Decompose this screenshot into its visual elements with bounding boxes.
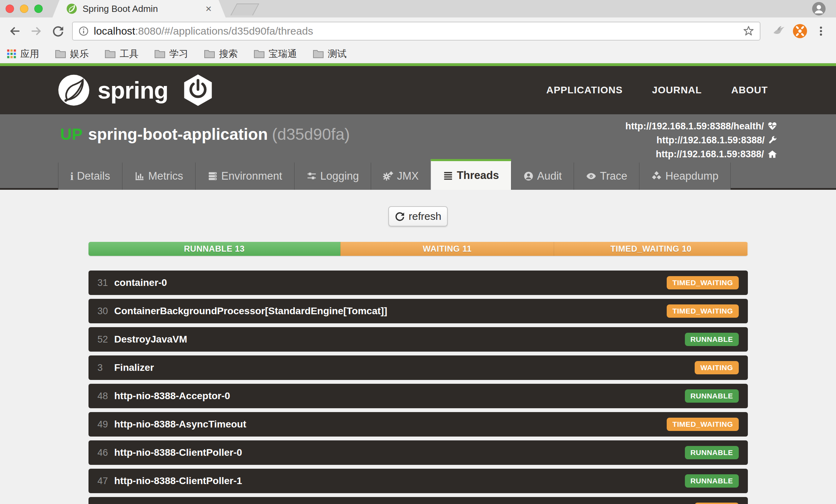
thread-id: 31: [98, 278, 109, 288]
status-badge: UP: [60, 125, 83, 143]
nav-about[interactable]: ABOUT: [731, 85, 768, 96]
nav-journal[interactable]: JOURNAL: [652, 85, 702, 96]
tab-title: Spring Boot Admin: [83, 3, 201, 14]
bookmark-label: 娱乐: [70, 48, 89, 60]
heartbeat-icon: [767, 121, 777, 131]
window-controls: [6, 5, 43, 13]
refresh-icon: [395, 211, 405, 222]
tab-jmx[interactable]: JMX: [371, 163, 431, 190]
tab-logging[interactable]: Logging: [294, 163, 371, 190]
service-links: http://192.168.1.59:8388/health/ http://…: [625, 119, 777, 161]
bookmark-label: 学习: [169, 48, 188, 60]
bookmark-star-icon[interactable]: [743, 26, 754, 37]
thread-id: 47: [98, 476, 109, 487]
application-id: (d35d90fa): [272, 125, 350, 143]
zoom-window-button[interactable]: [34, 5, 43, 13]
browser-window: Spring Boot Admin ×: [0, 0, 836, 504]
forward-button[interactable]: [29, 23, 44, 39]
tab-trace[interactable]: Trace: [574, 163, 639, 190]
nav-applications[interactable]: APPLICATIONS: [546, 85, 623, 96]
thread-state-badge: RUNNABLE: [685, 446, 739, 459]
spring-leaf-icon: [58, 74, 90, 106]
new-tab-button[interactable]: [231, 3, 259, 15]
tab-environment[interactable]: Environment: [195, 163, 294, 190]
tab-threads[interactable]: Threads: [431, 159, 511, 190]
tab-label: Audit: [537, 170, 562, 182]
management-url-link[interactable]: http://192.168.1.59:8388/: [625, 133, 777, 147]
tab-label: Details: [77, 170, 110, 182]
tab-label: Threads: [457, 169, 499, 182]
thread-state-badge: TIMED_WAITING: [667, 418, 738, 431]
tab-heapdump[interactable]: Heapdump: [639, 163, 731, 190]
tab-close-icon[interactable]: ×: [205, 3, 212, 15]
spring-logo[interactable]: spring: [58, 74, 214, 107]
health-url-link[interactable]: http://192.168.1.59:8388/health/: [625, 119, 777, 133]
top-navigation: APPLICATIONS JOURNAL ABOUT: [546, 85, 768, 96]
tab-label: Logging: [320, 170, 359, 182]
thread-state-badge: RUNNABLE: [685, 333, 739, 346]
bookmark-folder-6[interactable]: 测试: [312, 48, 347, 60]
url-text: localhost:8080/#/applications/d35d90fa/t…: [94, 25, 739, 37]
table-row[interactable]: 36 http-nio-8388-exec-1 WAITING: [88, 497, 748, 504]
list-icon: [443, 170, 453, 181]
thread-name: http-nio-8388-AsyncTimeout: [114, 419, 667, 430]
bookmark-label: 搜索: [219, 48, 238, 60]
reload-button[interactable]: [50, 23, 66, 39]
tab-details[interactable]: i Details: [58, 163, 122, 190]
health-url: http://192.168.1.59:8388/health/: [625, 121, 764, 132]
thread-id: 46: [98, 447, 109, 458]
thread-state-summary-bar: RUNNABLE 13 WAITING 11 TIMED_WAITING 10: [88, 242, 748, 256]
bookmark-folder-2[interactable]: 工具: [104, 48, 139, 60]
table-row[interactable]: 3 Finalizer WAITING: [88, 355, 748, 380]
bookmark-folder-3[interactable]: 学习: [154, 48, 188, 60]
bookmark-folder-5[interactable]: 宝瑞通: [253, 48, 297, 60]
folder-icon: [312, 49, 324, 59]
table-row[interactable]: 47 http-nio-8388-ClientPoller-1 RUNNABLE: [88, 469, 748, 493]
apps-grid-icon: [6, 49, 17, 59]
bird-extension-icon[interactable]: [771, 23, 787, 39]
table-row[interactable]: 49 http-nio-8388-AsyncTimeout TIMED_WAIT…: [88, 412, 748, 437]
browser-menu-icon[interactable]: [813, 23, 829, 39]
folder-icon: [253, 49, 265, 59]
bookmark-folder-4[interactable]: 搜索: [204, 48, 238, 60]
tab-bar: i Details Metrics: [0, 159, 836, 190]
summary-segment: WAITING 11: [340, 242, 554, 256]
spring-favicon-icon: [66, 3, 77, 14]
spring-boot-icon: [182, 74, 214, 107]
url-bar[interactable]: localhost:8080/#/applications/d35d90fa/t…: [72, 22, 760, 41]
profile-avatar-icon[interactable]: [812, 1, 826, 16]
info-icon: i: [70, 170, 73, 183]
orange-extension-icon[interactable]: [792, 23, 808, 39]
folder-icon: [154, 49, 166, 59]
table-row[interactable]: 46 http-nio-8388-ClientPoller-0 RUNNABLE: [88, 440, 748, 465]
close-window-button[interactable]: [6, 5, 14, 13]
browser-tab[interactable]: Spring Boot Admin ×: [52, 0, 226, 17]
thread-state-badge: RUNNABLE: [685, 389, 739, 403]
thread-id: 49: [98, 419, 109, 430]
bookmark-folder-1[interactable]: 娱乐: [55, 48, 89, 60]
site-info-icon[interactable]: [78, 26, 89, 36]
table-row[interactable]: 52 DestroyJavaVM RUNNABLE: [88, 327, 748, 352]
tab-audit[interactable]: Audit: [511, 163, 574, 190]
tab-metrics[interactable]: Metrics: [122, 163, 195, 190]
url-path: :8080/#/applications/d35d90fa/threads: [135, 25, 313, 37]
folder-icon: [104, 49, 116, 59]
minimize-window-button[interactable]: [20, 5, 28, 13]
thread-state-badge: RUNNABLE: [685, 474, 739, 488]
application-subheader: UPspring-boot-application(d35d90fa) http…: [0, 114, 836, 190]
bar-chart-icon: [134, 171, 145, 181]
thread-name: Finalizer: [114, 362, 695, 373]
bookmark-apps[interactable]: 应用: [6, 48, 39, 60]
browser-toolbar: localhost:8080/#/applications/d35d90fa/t…: [0, 17, 836, 44]
refresh-button[interactable]: refresh: [388, 206, 448, 226]
browser-tab-strip: Spring Boot Admin ×: [0, 0, 836, 17]
table-row[interactable]: 30 ContainerBackgroundProcessor[Standard…: [88, 299, 748, 323]
table-row[interactable]: 31 container-0 TIMED_WAITING: [88, 271, 748, 295]
table-row[interactable]: 48 http-nio-8388-Acceptor-0 RUNNABLE: [88, 384, 748, 408]
service-url: http://192.168.1.59:8388/: [656, 149, 764, 160]
back-button[interactable]: [7, 23, 22, 39]
bookmark-label: 应用: [20, 48, 39, 60]
sliders-icon: [306, 171, 317, 181]
tab-label: Environment: [221, 170, 282, 182]
thread-id: 48: [98, 391, 109, 402]
